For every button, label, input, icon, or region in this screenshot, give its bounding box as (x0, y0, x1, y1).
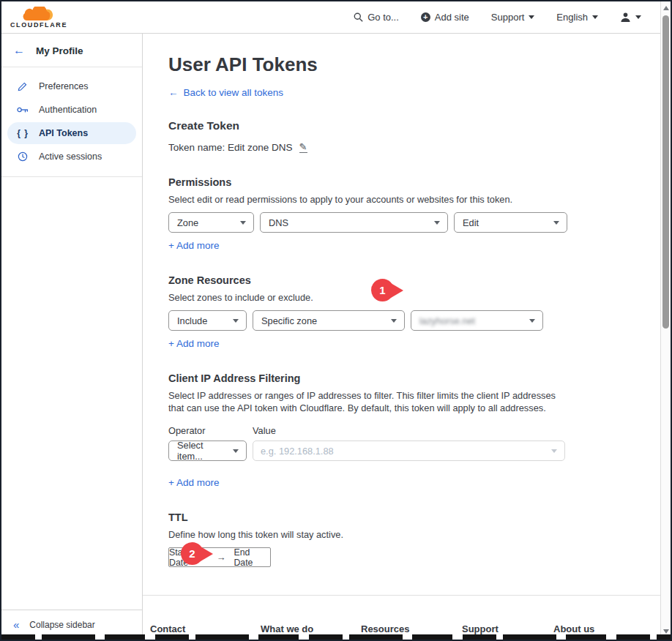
topbar: CLOUDFLARE Go to... + Add site Support E… (1, 1, 671, 34)
add-site-label: Add site (435, 12, 469, 23)
goto-label: Go to... (367, 12, 399, 23)
browser-viewport: CLOUDFLARE Go to... + Add site Support E… (0, 0, 672, 641)
language-label: English (556, 12, 588, 23)
sidebar-back-my-profile[interactable]: ← My Profile (1, 34, 142, 67)
edit-token-name-icon[interactable]: ✎ (299, 142, 307, 153)
zone-resources-add-more-link[interactable]: + Add more (168, 338, 219, 349)
sidebar: ← My Profile Preferences (1, 34, 143, 640)
chevron-down-icon (233, 319, 239, 323)
add-site-button[interactable]: + Add site (421, 12, 469, 23)
search-icon (354, 12, 363, 22)
select-value: Include (177, 315, 207, 326)
collapse-sidebar-label: Collapse sidebar (29, 620, 94, 630)
ip-filtering-field-labels: Operator Value (168, 425, 671, 436)
my-profile-label: My Profile (36, 45, 83, 56)
main-content: User API Tokens ← Back to view all token… (143, 34, 671, 640)
sidebar-item-label: Active sessions (39, 151, 102, 162)
back-arrow-icon: ← (13, 45, 25, 56)
cutoff-text-row (1, 634, 671, 640)
chevron-down-icon (240, 221, 246, 225)
back-link-label: Back to view all tokens (184, 87, 284, 98)
zone-resources-select-row: Include Specific zone lazyhorse.net (168, 310, 671, 331)
key-icon (16, 106, 29, 114)
ip-filtering-add-more-link[interactable]: + Add more (168, 477, 219, 488)
annotation-step-2-marker: 2 (181, 542, 204, 565)
double-chevron-left-icon: « (13, 620, 19, 630)
sidebar-item-label: Preferences (39, 81, 88, 91)
topnav: Go to... + Add site Support English (354, 12, 641, 23)
chevron-down-icon (233, 449, 239, 453)
zone-resources-description: Select zones to include or exclude. (168, 291, 570, 304)
brand-text: CLOUDFLARE (10, 21, 67, 29)
cloudflare-logo[interactable]: CLOUDFLARE (10, 7, 67, 29)
pencil-icon (16, 81, 29, 91)
user-icon (620, 12, 631, 23)
ip-filtering-description: Select IP addresses or ranges of IP addr… (168, 389, 570, 414)
permission-scope-select[interactable]: Zone (168, 212, 254, 233)
goto-search[interactable]: Go to... (354, 12, 399, 23)
ip-value-input[interactable] (261, 446, 544, 457)
app-body: ← My Profile Preferences (1, 34, 671, 640)
page-title: User API Tokens (168, 53, 671, 76)
scrollbar-thumb[interactable] (662, 15, 669, 329)
annotation-step-1-marker: 1 (371, 279, 394, 301)
permission-level-select[interactable]: Edit (454, 212, 567, 233)
permissions-description: Select edit or read permissions to apply… (168, 193, 570, 206)
plus-circle-icon: + (421, 12, 430, 22)
scrollbar-down-arrow-icon[interactable] (663, 629, 669, 634)
ip-filtering-select-row: Select item... (168, 441, 671, 461)
token-name-row: Token name: Edit zone DNS ✎ (168, 142, 671, 153)
chevron-down-icon (635, 15, 641, 19)
permissions-select-row: Zone DNS Edit (168, 212, 671, 233)
sidebar-item-preferences[interactable]: Preferences (7, 75, 136, 97)
zone-include-select[interactable]: Include (168, 310, 247, 331)
permissions-add-more-link[interactable]: + Add more (168, 240, 219, 251)
sidebar-item-label: API Tokens (39, 128, 88, 138)
clock-icon (16, 151, 29, 162)
annotation-number: 1 (379, 284, 385, 296)
sidebar-item-api-tokens[interactable]: { } API Tokens (7, 122, 136, 144)
ttl-description: Define how long this token will stay act… (168, 528, 570, 541)
chevron-down-icon (391, 319, 397, 323)
back-to-tokens-link[interactable]: ← Back to view all tokens (168, 87, 283, 98)
end-date-label: End Date (234, 547, 270, 568)
select-value: DNS (269, 217, 288, 228)
braces-icon: { } (16, 128, 29, 138)
cloudflare-cloud-icon (16, 7, 61, 22)
user-menu[interactable] (620, 12, 641, 23)
zone-resources-heading: Zone Resources (168, 274, 671, 286)
permission-group-select[interactable]: DNS (260, 212, 448, 233)
right-arrow-icon: → (216, 552, 225, 563)
chevron-down-icon (553, 221, 559, 225)
operator-label: Operator (168, 425, 253, 436)
chevron-down-icon (434, 221, 440, 225)
back-arrow-icon: ← (168, 87, 179, 98)
support-menu[interactable]: Support (491, 12, 535, 23)
annotation-number: 2 (189, 547, 195, 560)
support-label: Support (491, 12, 525, 23)
select-value: Select item... (177, 440, 225, 462)
select-value-redacted: lazyhorse.net (419, 315, 475, 326)
ip-value-field[interactable] (253, 441, 565, 461)
select-value: Specific zone (261, 315, 317, 326)
create-token-heading: Create Token (168, 119, 671, 132)
chevron-down-icon (529, 319, 535, 323)
scrollbar-up-arrow-icon[interactable] (663, 6, 669, 10)
page-footer: Contact What we do Resources Support Abo… (143, 595, 660, 640)
chevron-down-icon (551, 449, 557, 453)
select-value: Edit (463, 217, 479, 228)
zone-name-select[interactable]: lazyhorse.net (411, 310, 543, 331)
chevron-down-icon (529, 15, 534, 19)
sidebar-nav: Preferences Authentication { } (1, 67, 142, 177)
sidebar-item-authentication[interactable]: Authentication (7, 99, 136, 121)
value-label: Value (253, 425, 276, 436)
language-menu[interactable]: English (556, 12, 598, 23)
ip-filtering-heading: Client IP Address Filtering (168, 372, 671, 384)
sidebar-item-active-sessions[interactable]: Active sessions (7, 146, 136, 168)
operator-select[interactable]: Select item... (168, 441, 247, 461)
zone-scope-select[interactable]: Specific zone (253, 310, 405, 331)
vertical-scrollbar[interactable] (660, 1, 671, 640)
ttl-heading: TTL (168, 511, 671, 523)
permissions-heading: Permissions (168, 176, 671, 188)
select-value: Zone (177, 217, 198, 228)
